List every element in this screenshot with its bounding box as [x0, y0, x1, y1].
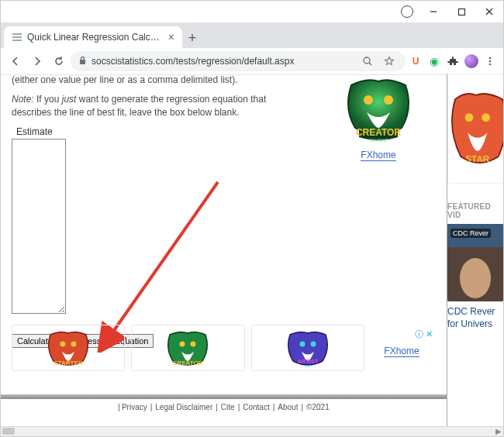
svg-rect-7 [80, 60, 85, 64]
svg-point-24 [299, 342, 305, 347]
arrow-left-icon [9, 55, 22, 67]
browser-tab[interactable]: Quick Linear Regression Calculat × [4, 26, 182, 48]
window-maximize-button[interactable] [447, 1, 475, 22]
puzzle-icon [447, 56, 458, 67]
svg-rect-4 [12, 33, 22, 35]
svg-point-12 [489, 64, 492, 66]
svg-text:CONTENT: CONTENT [369, 138, 388, 143]
svg-point-11 [489, 60, 492, 63]
tab-favicon-icon [12, 32, 22, 43]
arrow-right-icon [31, 55, 43, 67]
svg-text:STAR: STAR [465, 153, 490, 163]
maximize-icon [457, 8, 466, 16]
mascot-starter-icon: STARTER [41, 329, 95, 367]
tab-title: Quick Linear Regression Calculat [27, 32, 164, 43]
close-icon [485, 7, 494, 16]
scrollbar-right-arrow-icon[interactable]: ▶ [495, 427, 502, 435]
mascot-artist-icon: ARTIST VFX [281, 329, 335, 367]
url-text: socscistatistics.com/tests/regression/de… [91, 56, 354, 67]
window-close-button[interactable] [475, 1, 503, 22]
svg-point-22 [191, 342, 196, 347]
svg-point-13 [364, 95, 373, 105]
reload-button[interactable] [49, 51, 69, 71]
featured-video-title[interactable]: CDC Reverfor Univers [447, 306, 503, 330]
footer-copyright: ©2021 [306, 403, 330, 411]
minimize-icon [429, 7, 438, 16]
profile-avatar[interactable] [463, 53, 480, 70]
back-button[interactable] [5, 51, 26, 71]
featured-video-thumb[interactable]: CDC Rever [447, 224, 503, 301]
featured-label: FEATURED VID [447, 202, 503, 219]
ad-card-creator[interactable]: CREATOR [131, 325, 244, 371]
svg-point-25 [310, 342, 316, 347]
tab-close-button[interactable]: × [168, 31, 174, 43]
footer-privacy[interactable]: Privacy [122, 403, 147, 411]
record-indicator-icon [401, 5, 413, 18]
extension-green-icon[interactable]: ◉ [426, 53, 443, 70]
reload-icon [53, 55, 65, 67]
ad-card-starter[interactable]: STARTER [12, 325, 125, 371]
svg-rect-1 [458, 9, 464, 15]
svg-point-18 [60, 342, 66, 347]
mascot-creator-icon: CREATOR [161, 329, 215, 367]
forward-button[interactable] [27, 51, 47, 71]
kebab-icon [485, 56, 495, 67]
ad-mascot-creator[interactable]: CREATOR CONTENT [336, 74, 421, 143]
note-text: Note: If you just want to generate the r… [12, 93, 299, 119]
svg-point-33 [460, 258, 491, 298]
horizontal-scrollbar[interactable]: ▶ [1, 426, 503, 436]
footer-about[interactable]: About [278, 403, 298, 411]
svg-text:VFX: VFX [305, 364, 311, 367]
svg-point-10 [489, 57, 492, 60]
estimate-textarea[interactable] [12, 139, 66, 314]
footer-contact[interactable]: Contact [243, 403, 269, 411]
svg-point-19 [71, 342, 77, 347]
svg-rect-5 [12, 36, 22, 38]
star-icon [384, 56, 395, 67]
fxhome-link[interactable]: FXhome [361, 150, 395, 161]
svg-point-8 [364, 57, 370, 64]
lock-icon [78, 56, 87, 67]
side-ad-card[interactable]: STAR [447, 74, 503, 184]
svg-line-17 [109, 182, 218, 337]
new-tab-button[interactable]: + [182, 28, 202, 48]
bookmark-star-button[interactable] [381, 53, 398, 70]
address-bar[interactable]: socscistatistics.com/tests/regression/de… [71, 51, 406, 71]
svg-point-28 [465, 113, 474, 122]
zoom-search-icon[interactable] [359, 53, 376, 70]
svg-text:CREATOR: CREATOR [173, 360, 203, 366]
svg-text:STARTER: STARTER [54, 360, 83, 366]
browser-menu-button[interactable] [482, 53, 499, 70]
svg-point-29 [482, 113, 490, 122]
svg-text:CREATOR: CREATOR [356, 127, 402, 138]
svg-point-14 [384, 95, 393, 105]
ad-info-close[interactable]: ⓘ ✕ [415, 329, 433, 340]
avatar-icon [464, 54, 478, 68]
svg-line-9 [369, 63, 371, 65]
mascot-starter-side-icon: STAR [448, 82, 503, 175]
video-thumb-tag: CDC Rever [450, 229, 491, 238]
footer-legal[interactable]: Legal Disclaimer [155, 403, 212, 411]
svg-point-21 [180, 342, 185, 347]
svg-rect-6 [12, 40, 22, 41]
footer-cite[interactable]: Cite [221, 403, 235, 411]
ad-card-artist[interactable]: ARTIST VFX [251, 325, 364, 371]
footer-links: | Privacy | Legal Disclaimer | Cite | Co… [1, 399, 447, 415]
extensions-button[interactable] [444, 53, 461, 70]
fxhome-row-link[interactable]: FXhome [384, 346, 419, 357]
ad-row: STARTER CREATOR [12, 325, 433, 371]
scrollbar-thumb[interactable] [2, 428, 15, 435]
extension-u-icon[interactable]: U [407, 53, 424, 70]
window-minimize-button[interactable] [419, 1, 447, 22]
